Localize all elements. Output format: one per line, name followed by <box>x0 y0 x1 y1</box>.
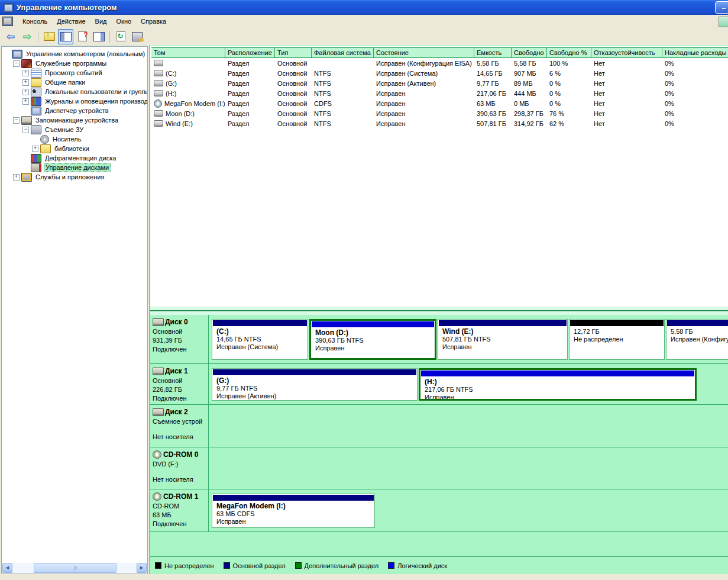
console-tree-toggle-button[interactable] <box>58 29 73 44</box>
cdrom-icon <box>153 492 161 501</box>
action-pane-toggle-button[interactable] <box>91 29 106 44</box>
volume-row[interactable]: (H:)РазделОсновнойNTFSИсправен217,06 ГБ4… <box>151 88 728 98</box>
volume-cell: 217,06 ГБ <box>474 90 512 97</box>
tree-expander[interactable]: + <box>32 146 38 152</box>
partition-c[interactable]: (C:)14,65 ГБ NTFSИсправен (Система) <box>212 319 308 360</box>
properties-help-button[interactable] <box>75 29 90 44</box>
partition-исправенконфигу[interactable]: 5,58 ГБИсправен (Конфигу <box>666 319 728 360</box>
scroll-right-button[interactable]: ► <box>137 563 147 573</box>
partition-status: Исправен <box>216 518 374 526</box>
title-bar: Управление компьютером ‒ <box>0 0 728 15</box>
tree-item-storage[interactable]: −Запоминающие устройства <box>4 115 147 125</box>
volume-cell: 5,58 ГБ <box>474 60 512 67</box>
partition-h[interactable]: (H:)217,06 ГБ NTFSИсправен <box>419 368 697 401</box>
disk-label[interactable]: CD-ROM 1CD-ROM63 МБПодключен <box>150 489 209 531</box>
export-list-button[interactable] <box>130 29 145 44</box>
tree-item-removable[interactable]: −Съемные ЗУ <box>4 125 147 134</box>
partition-нераспределен[interactable]: 12,72 ГБНе распределен <box>569 319 665 360</box>
back-arrow-button[interactable]: ⇦ <box>3 29 18 44</box>
tree-item-computer[interactable]: Управление компьютером (локальным) <box>4 49 147 59</box>
column-header-2[interactable]: Расположение <box>225 48 275 57</box>
legend-label: Логический диск <box>397 562 447 569</box>
volume-cell: Основной <box>275 100 312 107</box>
partition-info: MegaFon Modem (I:)63 МБ CDFSИсправен <box>212 501 374 526</box>
partition-zone <box>209 447 728 489</box>
menu-Вид[interactable]: Вид <box>90 17 112 26</box>
tree-horizontal-scrollbar[interactable]: ◄ ► <box>2 563 147 573</box>
cdrom-icon <box>153 450 161 459</box>
scrollbar-track[interactable] <box>12 563 137 573</box>
partition-moond[interactable]: Moon (D:)390,63 ГБ NTFSИсправен <box>309 319 436 360</box>
volume-cell: 0 % <box>547 90 591 97</box>
column-header-1[interactable]: Том <box>151 48 225 57</box>
column-header-5[interactable]: Состояние <box>374 48 474 57</box>
volume-row[interactable]: (C:)РазделОсновнойNTFSИсправен (Система)… <box>151 68 728 78</box>
volume-cell: 0 % <box>547 100 591 107</box>
tree-item-system-tools[interactable]: −Служебные программы <box>4 59 147 68</box>
tree-item-device-manager[interactable]: Диспетчер устройств <box>4 106 147 115</box>
up-one-level-button[interactable] <box>41 29 57 44</box>
disk-label[interactable]: Диск 1Основной226,82 ГБПодключен <box>150 364 209 404</box>
tree-expander[interactable]: + <box>22 89 29 95</box>
column-header-3[interactable]: Тип <box>275 48 312 57</box>
tree-expander[interactable]: − <box>13 117 20 124</box>
tree-item-folder[interactable]: +библиотеки <box>4 144 147 153</box>
minimize-button[interactable]: ‒ <box>715 1 728 14</box>
window-bottom-strip <box>0 574 728 580</box>
volume-cell: 0% <box>662 120 728 127</box>
partition-winde[interactable]: Wind (E:)507,81 ГБ NTFSИсправен <box>438 319 568 360</box>
refresh-button[interactable] <box>113 29 128 44</box>
volume-row[interactable]: Moon (D:)РазделОсновнойNTFSИсправен390,6… <box>151 108 728 118</box>
volume-cell: Основной <box>275 70 312 77</box>
volume-row[interactable]: Wind (E:)РазделОсновнойNTFSИсправен507,8… <box>151 118 728 128</box>
tree-item-performance-logs[interactable]: +Журналы и оповещения производит <box>4 96 147 106</box>
tree-item-defrag[interactable]: Дефрагментация диска <box>4 153 147 163</box>
disk-label[interactable]: Диск 2Съемное устройНет носителя <box>150 405 209 447</box>
toolbar-separator <box>38 31 38 43</box>
column-header-7[interactable]: Свободно <box>512 48 547 57</box>
volume-cell: 62 % <box>547 120 591 127</box>
tree-expander[interactable]: − <box>22 127 29 133</box>
disk-label[interactable]: CD-ROM 0DVD (F:)Нет носителя <box>150 447 209 489</box>
tree-item-label: Локальные пользователи и группы <box>44 88 148 95</box>
tree-expander[interactable]: − <box>13 60 20 67</box>
tree-expander[interactable]: + <box>13 174 20 181</box>
performance-logs-icon <box>31 97 41 106</box>
volume-row[interactable]: РазделОсновнойИсправен (Конфигурация EIS… <box>151 58 728 68</box>
scroll-left-button[interactable]: ◄ <box>2 563 12 573</box>
menu-Справка[interactable]: Справка <box>136 17 171 26</box>
menu-Действие[interactable]: Действие <box>52 17 90 26</box>
app-window-icon <box>3 3 14 12</box>
column-header-4[interactable]: Файловая система <box>312 48 374 57</box>
console-tree: Управление компьютером (локальным)−Служе… <box>2 47 147 182</box>
tree-item-services[interactable]: +Службы и приложения <box>4 172 147 182</box>
column-header-8[interactable]: Свободно % <box>547 48 591 57</box>
column-header-6[interactable]: Емкость <box>474 48 512 57</box>
tree-item-event-viewer[interactable]: +Просмотр событий <box>4 68 147 78</box>
volume-icon <box>154 60 163 66</box>
tree-expander[interactable]: + <box>22 70 29 76</box>
forward-arrow-button[interactable]: ⇨ <box>20 29 35 44</box>
menu-bar-window-icon[interactable] <box>719 17 728 27</box>
partition-megafonmodemi[interactable]: MegaFon Modem (I:)63 МБ CDFSИсправен <box>212 494 375 528</box>
tree-item-local-users[interactable]: +Локальные пользователи и группы <box>4 87 147 96</box>
tree-item-media[interactable]: Носитель <box>4 134 147 144</box>
volume-row[interactable]: (G:)РазделОсновнойNTFSИсправен (Активен)… <box>151 78 728 88</box>
tree-item-shared-folders[interactable]: +Общие папки <box>4 78 147 87</box>
volume-cell: 6 % <box>547 70 591 77</box>
tree-expander[interactable]: + <box>22 79 29 86</box>
volume-row[interactable]: MegaFon Modem (I:)РазделОсновнойCDFSИспр… <box>151 98 728 108</box>
column-header-10[interactable]: Накладные расходы <box>662 48 728 57</box>
menu-Окно[interactable]: Окно <box>112 17 137 26</box>
disk-label[interactable]: Диск 0Основной931,39 ГБПодключен <box>150 315 209 363</box>
partition-g[interactable]: (G:)9,77 ГБ NTFSИсправен (Активен) <box>212 368 418 401</box>
pane-splitter[interactable] <box>150 307 728 315</box>
tree-item-label: Просмотр событий <box>44 69 103 76</box>
volume-cell: NTFS <box>312 120 374 127</box>
tree-item-diskmgmt[interactable]: Управление дисками <box>4 163 147 172</box>
menu-Консоль[interactable]: Консоль <box>18 17 52 26</box>
column-header-9[interactable]: Отказоустойчивость <box>591 48 662 57</box>
scrollbar-thumb[interactable] <box>34 563 117 573</box>
volume-cell: Раздел <box>225 120 275 127</box>
tree-expander[interactable]: + <box>22 98 29 105</box>
